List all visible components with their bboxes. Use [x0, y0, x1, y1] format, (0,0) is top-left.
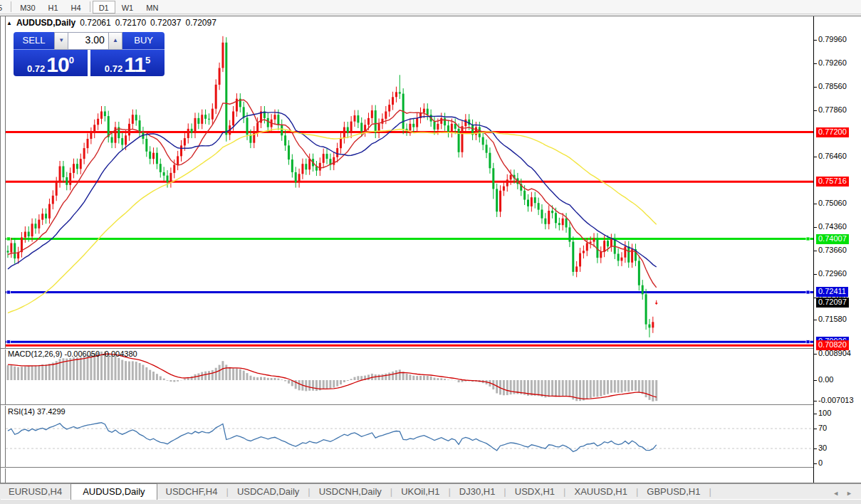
horizontal-line-0.74007[interactable] [6, 237, 813, 241]
axis-tick [814, 463, 817, 464]
collapse-triangle-icon[interactable]: ▲ [6, 20, 12, 26]
buy-price-pip: 5 [145, 50, 150, 71]
buy-button[interactable]: BUY [122, 32, 165, 50]
chart-tab-usdx-h1[interactable]: USDX,H1 [506, 484, 563, 499]
axis-price-label: 0.79960 [818, 35, 847, 43]
axis-tick [814, 401, 817, 401]
axis-tick [814, 414, 817, 414]
axis-price-label: 0.76460 [818, 152, 847, 160]
volume-decrease-button[interactable]: ▼ [54, 32, 68, 50]
current-price-tag: 0.72097 [816, 298, 849, 308]
rsi-line [8, 423, 657, 452]
buy-price-prefix: 0.72 [105, 63, 122, 74]
timeframe-button-5[interactable]: 5 [0, 1, 9, 14]
axis-price-label: 0.75060 [818, 199, 847, 207]
chart-tab-ukoil-h1[interactable]: UKOil,H1 [392, 484, 448, 499]
pane-separator[interactable] [1, 467, 813, 468]
sell-price-prefix: 0.72 [27, 63, 45, 74]
toolbar-separator [11, 1, 11, 12]
tab-scroll-left-icon[interactable]: ◄ [833, 490, 839, 497]
ohlc-high: 0.72170 [115, 18, 146, 28]
chart-tab-bar: EURUSD,H4AUDUSD,DailyUSDCHF,H4|USDCAD,Da… [0, 483, 861, 499]
timeframe-button-h1[interactable]: H1 [42, 1, 65, 14]
ohlc-low: 0.72037 [150, 18, 181, 28]
price-axis: 0.799600.792600.785600.778600.764600.750… [813, 16, 861, 483]
axis-tick [814, 380, 817, 381]
chart-title: ▲ AUDUSD,Daily 0.72061 0.72170 0.72037 0… [6, 18, 216, 28]
line-price-tag-0.72411: 0.72411 [816, 287, 848, 297]
axis-tick [814, 40, 817, 41]
chart-tab-dj30-h1[interactable]: DJ30,H1 [451, 484, 504, 499]
macd-axis-label: -0.007013 [818, 396, 854, 404]
ohlc-open: 0.72061 [80, 18, 110, 28]
axis-price-label: 0.72960 [818, 269, 847, 278]
horizontal-line-0.70926[interactable] [6, 340, 813, 344]
horizontal-line-0.72411[interactable] [6, 290, 813, 294]
line-price-tag-0.70820: 0.70820 [816, 340, 849, 350]
axis-tick [814, 320, 817, 320]
sell-price-main: 10 [46, 56, 68, 74]
timeframe-button-d1[interactable]: D1 [93, 1, 115, 14]
sell-button[interactable]: SELL [14, 32, 54, 50]
timeframe-button-m30[interactable]: M30 [14, 1, 41, 14]
toolbar-separator [90, 1, 90, 12]
timeframe-button-h4[interactable]: H4 [65, 1, 88, 14]
axis-price-label: 0.73660 [818, 246, 847, 254]
line-price-tag-0.77200: 0.77200 [816, 127, 849, 137]
axis-price-label: 0.74360 [818, 222, 847, 231]
axis-tick [814, 204, 817, 204]
macd-axis-label: 0.00 [818, 375, 833, 384]
bottom-strip [0, 499, 861, 504]
sell-price-display[interactable]: 0.72 10 0 [14, 50, 88, 76]
chart-tab-audusd-daily[interactable]: AUDUSD,Daily [71, 483, 157, 500]
line-price-tag-0.75716: 0.75716 [816, 177, 849, 187]
volume-input[interactable]: 3.00 [68, 32, 108, 50]
chart-symbol-label: AUDUSD,Daily [16, 18, 75, 28]
chart-tab-usdchf-h4[interactable]: USDCHF,H4 [157, 484, 226, 499]
axis-tick [814, 429, 817, 429]
tab-separator: | [709, 484, 711, 499]
chart-tab-eurusd-h4[interactable]: EURUSD,H4 [0, 484, 71, 499]
chart-tab-xauusd-h1[interactable]: XAUUSD,H1 [566, 484, 636, 499]
rsi-axis-label: 70 [818, 424, 827, 432]
sell-price-pip: 0 [69, 50, 74, 71]
axis-tick [814, 63, 817, 64]
chart-tab-gbpusd-h1[interactable]: GBPUSD,H1 [638, 484, 709, 499]
one-click-trading-panel: SELL ▼ 3.00 ▲ BUY 0.72 10 0 0.72 11 5 [14, 32, 165, 76]
line-price-tag-0.74007: 0.74007 [816, 234, 849, 244]
chart-tab-usdcnh-daily[interactable]: USDCNH,Daily [311, 484, 390, 499]
rsi-axis-label: 30 [818, 443, 827, 452]
rsi-pane [6, 406, 813, 468]
axis-tick [814, 274, 817, 275]
buy-price-main: 11 [124, 56, 145, 74]
buy-price-display[interactable]: 0.72 11 5 [90, 50, 165, 76]
rsi-indicator-label: RSI(14) 37.4299 [8, 407, 66, 416]
moving-average-21 [8, 112, 657, 270]
tab-scroll-right-icon[interactable]: ► [846, 490, 852, 497]
axis-tick [814, 110, 817, 111]
pane-separator[interactable] [1, 404, 813, 406]
axis-tick [814, 251, 817, 251]
chart-window: ▲ AUDUSD,Daily 0.72061 0.72170 0.72037 0… [0, 16, 861, 483]
ohlc-close: 0.72097 [185, 18, 216, 28]
macd-indicator-label: MACD(12,26,9) -0.006050 -0.004380 [8, 350, 137, 358]
chart-tab-usdcad-daily[interactable]: USDCAD,Daily [229, 484, 308, 499]
axis-price-label: 0.71580 [818, 315, 847, 323]
axis-price-label: 0.78560 [818, 82, 847, 90]
axis-tick [814, 227, 817, 228]
rsi-axis-label: 100 [818, 409, 831, 417]
axis-tick [814, 157, 817, 157]
timeframe-toolbar: 5M30H1H4D1W1MN [0, 0, 861, 14]
axis-tick [814, 448, 817, 449]
axis-tick [814, 354, 817, 355]
axis-tick [814, 87, 817, 88]
timeframe-button-mn[interactable]: MN [140, 1, 165, 14]
tab-scroll-arrows: ◄► [824, 488, 861, 499]
rsi-axis-label: 0 [818, 458, 823, 467]
moving-average-10 [8, 100, 657, 288]
volume-increase-button[interactable]: ▲ [108, 32, 122, 50]
axis-price-label: 0.79260 [818, 58, 847, 67]
mt4-application: 5M30H1H4D1W1MN ▲ AUDUSD,Daily 0.72061 0.… [0, 0, 861, 504]
axis-price-label: 0.77860 [818, 105, 847, 114]
timeframe-button-w1[interactable]: W1 [115, 1, 140, 14]
